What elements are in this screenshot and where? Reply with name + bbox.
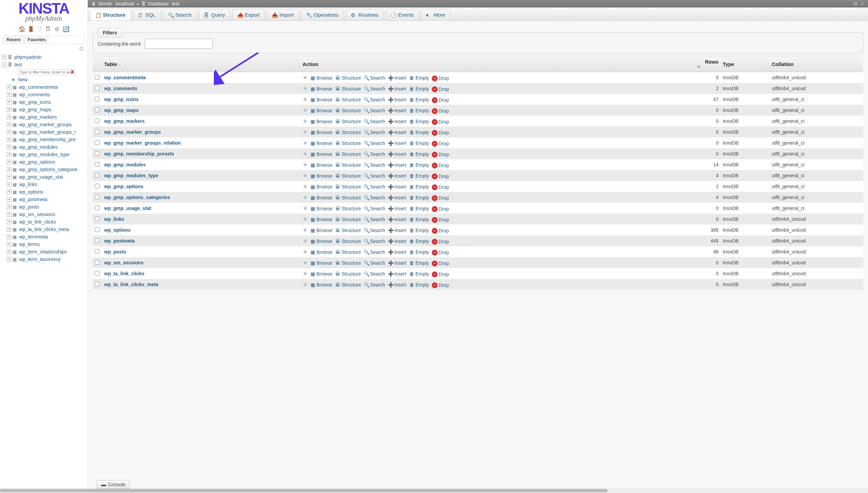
expand-icon[interactable]: + [7,152,12,157]
empty-action[interactable]: 🗑Empty [409,282,429,287]
structure-action[interactable]: 🏛Structure [335,249,361,255]
expand-icon[interactable]: + [7,227,12,232]
favorite-icon[interactable]: ★ [302,117,308,125]
row-checkbox[interactable] [95,86,99,91]
col-type[interactable]: Type [721,56,770,72]
structure-action[interactable]: 🏛Structure [335,282,361,287]
favorite-icon[interactable]: ★ [302,172,308,179]
browse-action[interactable]: ▦Browse [310,239,332,244]
browse-action[interactable]: ▦Browse [310,217,332,222]
row-checkbox[interactable] [95,129,99,134]
collapse-icon[interactable]: ⊡ [0,45,88,52]
browse-action[interactable]: ▦Browse [310,108,332,113]
settings-icon[interactable]: ⚙ [54,26,60,32]
row-checkbox[interactable] [95,108,99,112]
tree-table-node[interactable]: +wp_term_taxonomy [1,256,87,263]
table-name-link[interactable]: wp_posts [104,249,126,254]
table-name-link[interactable]: wp_links [104,216,124,222]
empty-action[interactable]: 🗑Empty [409,217,429,222]
drop-action[interactable]: −Drop [432,195,449,201]
favorite-icon[interactable]: ★ [302,150,308,158]
row-checkbox[interactable] [95,97,99,101]
insert-action[interactable]: ➕Insert [388,260,406,266]
drop-action[interactable]: −Drop [432,217,449,223]
structure-action[interactable]: 🏛Structure [335,260,361,266]
favorite-icon[interactable]: ★ [302,215,308,223]
insert-action[interactable]: ➕Insert [388,119,406,124]
expand-icon[interactable]: + [7,190,12,194]
expand-icon[interactable]: + [7,160,12,164]
table-name-link[interactable]: wp_ta_link_clicks_meta [104,282,158,287]
structure-action[interactable]: 🏛Structure [335,75,361,81]
insert-action[interactable]: ➕Insert [388,282,406,287]
row-checkbox[interactable] [95,151,99,156]
favorite-icon[interactable]: ★ [302,204,308,212]
structure-action[interactable]: 🏛Structure [335,239,361,244]
row-checkbox[interactable] [95,184,99,188]
favorite-icon[interactable]: ★ [302,161,308,168]
table-name-link[interactable]: wp_gmp_markers [104,118,145,124]
structure-action[interactable]: 🏛Structure [335,271,361,277]
tree-table-node[interactable]: +wp_gmp_options [1,158,87,166]
table-name-link[interactable]: wp_gmp_options_categories [104,195,170,200]
structure-action[interactable]: 🏛Structure [335,141,361,146]
tab-routines[interactable]: ⚙Routines [346,9,383,20]
favorite-icon[interactable]: ★ [302,139,308,147]
favorite-icon[interactable]: ★ [302,106,308,114]
drop-action[interactable]: −Drop [432,206,449,212]
empty-action[interactable]: 🗑Empty [409,271,429,277]
drop-action[interactable]: −Drop [432,261,449,266]
tab-sql[interactable]: 🗒SQL [133,9,161,20]
tree-table-node[interactable]: +wp_gmp_usage_stat [1,173,87,181]
favorite-icon[interactable]: ★ [302,226,308,234]
browse-action[interactable]: ▦Browse [310,86,332,92]
server-link[interactable]: localhost [115,1,134,6]
search-action[interactable]: 🔍Search [364,249,385,255]
drop-action[interactable]: −Drop [432,86,449,92]
structure-action[interactable]: 🏛Structure [335,151,361,157]
insert-action[interactable]: ➕Insert [388,195,406,200]
tree-server-node[interactable]: + phpmyadmin [1,53,87,61]
structure-action[interactable]: 🏛Structure [335,184,361,190]
empty-action[interactable]: 🗑Empty [409,162,429,168]
search-action[interactable]: 🔍Search [364,184,385,190]
insert-action[interactable]: ➕Insert [388,86,406,92]
tree-table-node[interactable]: +wp_gmp_icons [1,98,87,106]
empty-action[interactable]: 🗑Empty [409,195,429,200]
favorite-icon[interactable]: ★ [302,248,308,256]
browse-action[interactable]: ▦Browse [310,141,332,146]
drop-action[interactable]: −Drop [432,141,449,147]
browse-action[interactable]: ▦Browse [310,119,332,124]
favorite-icon[interactable]: ★ [302,259,308,266]
table-name-link[interactable]: wp_gmp_marker_groups_relation [104,140,181,146]
tree-table-node[interactable]: +wp_commentmeta [1,83,87,91]
row-checkbox[interactable] [95,162,99,167]
reload-icon[interactable]: 🔄 [63,26,69,32]
insert-action[interactable]: ➕Insert [388,239,406,244]
console-toggle[interactable]: ▬ Console [97,480,130,489]
expand-icon[interactable]: + [7,167,12,172]
horizontal-scrollbar[interactable] [0,488,868,493]
empty-action[interactable]: 🗑Empty [409,97,429,102]
search-action[interactable]: 🔍Search [364,86,385,92]
expand-icon[interactable]: + [7,85,12,89]
empty-action[interactable]: 🗑Empty [409,108,429,113]
browse-action[interactable]: ▦Browse [310,75,332,81]
empty-action[interactable]: 🗑Empty [409,173,429,179]
expand-icon[interactable]: + [7,130,12,134]
browse-action[interactable]: ▦Browse [310,228,332,233]
browse-action[interactable]: ▦Browse [310,260,332,266]
search-action[interactable]: 🔍Search [364,239,385,244]
drop-action[interactable]: −Drop [432,76,449,81]
search-action[interactable]: 🔍Search [364,97,385,102]
tree-table-node[interactable]: +wp_postmeta [1,196,87,203]
empty-action[interactable]: 🗑Empty [409,75,429,81]
browse-action[interactable]: ▦Browse [310,162,332,168]
tree-table-node[interactable]: +wp_gmp_markers [1,113,87,121]
tree-table-node[interactable]: +wp_gmp_marker_groups_r [1,128,87,136]
search-action[interactable]: 🔍Search [364,217,385,222]
table-name-link[interactable]: wp_gmp_usage_stat [104,206,151,211]
structure-action[interactable]: 🏛Structure [335,195,361,200]
tree-table-node[interactable]: +wp_gmp_modules [1,143,87,151]
expand-icon[interactable]: + [7,92,12,97]
